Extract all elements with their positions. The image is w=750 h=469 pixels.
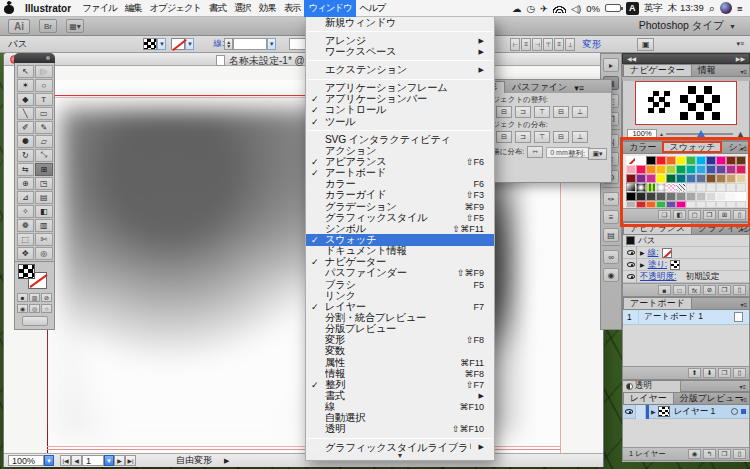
menubar-item[interactable]: 表示 [280,0,305,17]
swatch[interactable] [656,192,666,201]
tool-button[interactable]: ◆ [17,93,35,106]
swatch[interactable] [626,174,636,183]
swatch[interactable] [656,183,666,192]
tool-button[interactable]: ◎ [35,247,53,260]
fill-indicator[interactable] [18,264,35,279]
tool-button[interactable]: ◳ [35,177,53,190]
next-page-button[interactable]: ▶ [114,455,125,466]
tool-button[interactable]: ▱ [35,135,53,148]
tool-button[interactable]: ⤡ [35,149,53,162]
collapsed-panel-icon[interactable]: ▤ [603,228,619,242]
collapsed-panel-icon[interactable]: ✑ [603,192,619,206]
menu-item[interactable]: 透明⇧⌘F10 [306,424,494,435]
swatch[interactable] [626,165,636,174]
tool-button[interactable]: ✥ [17,247,35,260]
siri-icon[interactable] [720,2,732,14]
stroke-color-well[interactable] [171,38,185,50]
artboard-tool-button[interactable]: ▣ [637,38,654,51]
menu-item[interactable]: ✓ツール [306,116,494,127]
status-menu-arrow[interactable]: ▶ [224,457,229,465]
document-titlebar[interactable]: 名称未設定-1* @ 100 [4,53,603,66]
spotlight-icon[interactable]: ⌕ [709,2,715,15]
stroke-weight-dropdown[interactable]: ▼ [267,38,276,50]
swatch[interactable] [716,165,726,174]
tool-button[interactable]: ↻ [17,149,35,162]
last-page-button[interactable]: ▶| [125,455,136,466]
swatch[interactable] [716,174,726,183]
menubar-item[interactable]: 編集 [121,0,146,17]
align-option-button[interactable]: ⊤ [534,131,550,143]
tool-button[interactable]: ◧ [35,205,53,218]
align-option-button[interactable]: ⊐ [515,106,531,118]
panel-tab[interactable]: 分版プレビュー [674,392,750,404]
appearance-row[interactable]: ▶線: [623,247,749,259]
swatch[interactable] [646,156,656,165]
menubar-item[interactable]: ウィンドウ [304,0,355,17]
tool-button[interactable]: ⊿ [17,191,35,204]
tool-button[interactable]: ✐ [17,121,35,134]
swatch[interactable] [706,165,716,174]
swatch[interactable] [626,183,636,192]
zoom-in-icon[interactable]: ▲ [736,129,745,139]
artboard-list-row[interactable]: 1 アートボード 1 [623,310,749,325]
layer-row[interactable]: ▶ レイヤー 1 [623,405,749,419]
layer-lock-toggle[interactable] [636,405,646,419]
swatch[interactable] [626,201,636,208]
tool-button[interactable]: ✶ [17,79,35,92]
stroke-weight-stepper[interactable]: ▲▼ [224,38,233,50]
panel-footer-button[interactable]: ❏ [658,210,671,220]
panel-menu-icon[interactable]: ▾≡ [740,145,747,152]
swatch[interactable] [656,165,666,174]
collapsed-panel-icon[interactable]: ▸ [603,58,619,72]
swatch[interactable] [646,201,656,208]
menubar-item[interactable]: ヘルプ [356,0,390,17]
input-method-label[interactable]: 英字 [644,2,663,15]
input-method-icon[interactable]: A [626,2,639,15]
swatch[interactable] [666,201,676,208]
artboard-list-empty[interactable] [623,325,749,366]
fill-stroke-indicator[interactable] [14,262,55,292]
tool-button[interactable]: ▤ [35,191,53,204]
swatch[interactable] [636,192,646,201]
appearance-row[interactable]: 不透明度:初期設定 [623,271,749,283]
swatch[interactable] [666,183,676,192]
panel-footer-button[interactable]: □ [673,285,686,295]
panel-tab[interactable]: ナビゲーター [623,64,692,76]
panel-tab[interactable]: カラー [623,141,662,153]
align-button[interactable]: ⊣ [532,38,542,51]
panel-menu-icon[interactable]: ▾≡ [740,396,747,403]
fill-dropdown[interactable]: ▼ [157,38,166,50]
panel-footer-button[interactable]: fx [688,285,701,295]
swatch[interactable] [736,165,746,174]
swatch[interactable] [636,165,646,174]
swatch[interactable] [656,174,666,183]
swatch[interactable] [726,192,736,201]
align-to-dropdown[interactable]: ▣▾ [588,148,607,160]
swatch[interactable] [666,165,676,174]
dock-header[interactable]: ◀◀▶▶ [622,53,750,64]
none-mode-button[interactable]: ⊘ [41,293,52,302]
icloud-icon[interactable]: ☁ [512,3,522,14]
swatch[interactable] [666,174,676,183]
tool-button[interactable]: ❁ [17,219,35,232]
zoom-dropdown[interactable]: ▼ [44,455,54,466]
align-option-button[interactable]: ⊐ [515,131,531,143]
swatch[interactable] [686,165,696,174]
tool-button[interactable]: ⊕ [17,177,35,190]
panel-footer-button[interactable]: ▯ [733,210,746,220]
panel-menu-icon[interactable]: ▾≡ [740,301,747,308]
draw-behind-button[interactable]: ◎ [29,304,40,313]
control-panel-menu-icon[interactable]: ▾≡ [736,40,744,48]
wifi-icon[interactable] [553,4,566,13]
arrange-documents-button[interactable]: ▦▾ [66,19,84,33]
tool-button[interactable]: ▷ [35,65,53,78]
transparency-panel-collapsed[interactable]: 透明 ▾≡ [622,380,750,392]
swatch[interactable] [646,192,656,201]
stroke-weight-field[interactable] [233,38,267,50]
panel-menu-icon[interactable]: ▾≡ [739,383,746,390]
swatch[interactable] [646,174,656,183]
swatch[interactable] [726,165,736,174]
tool-button[interactable]: ╲ [17,107,35,120]
swatch[interactable] [736,174,746,183]
panel-tab[interactable]: レイヤー [623,392,674,404]
